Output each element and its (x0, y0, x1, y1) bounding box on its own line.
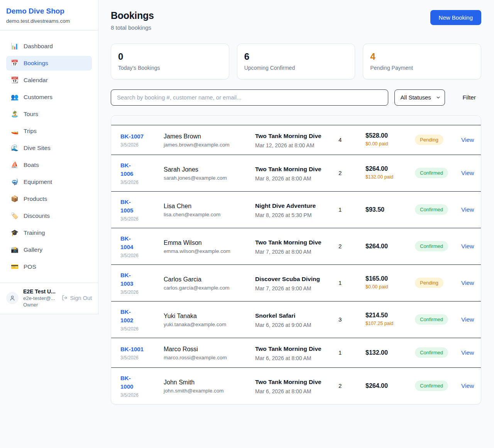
sidebar-item-label: Training (24, 229, 45, 236)
trip-name: Two Tank Morning Dive (255, 238, 321, 247)
sidebar-user-footer: E2E Test U... e2e-tester@... Owner Sign … (0, 283, 98, 314)
sidebar-item-discounts[interactable]: 🏷️ Discounts (6, 209, 92, 223)
sidebar-item-dive-sites[interactable]: 🌊 Dive Sites (6, 141, 92, 155)
booking-cell: BK-1006 3/5/2026 (120, 161, 164, 185)
customer-email: james.brown@example.com (164, 142, 255, 148)
trip-name: Two Tank Morning Dive (255, 131, 321, 141)
sidebar-item-label: Equipment (24, 179, 52, 185)
customer-name: Lisa Chen (164, 202, 255, 211)
total-amount: $214.50 (365, 312, 415, 319)
diving-mask-icon: 🤿 (11, 179, 19, 185)
view-cell: View (461, 349, 474, 356)
booking-id-link[interactable]: BK-1003 (120, 271, 143, 288)
view-link[interactable]: View (461, 243, 474, 249)
sidebar-item-customers[interactable]: 👥 Customers (6, 90, 92, 104)
stat-label: Upcoming Confirmed (244, 65, 348, 71)
sailboat-icon: ⛵ (11, 162, 19, 168)
brand-name: Demo Dive Shop (6, 7, 92, 16)
total-cell: $93.50 (365, 206, 415, 213)
user-icon (9, 295, 15, 301)
page-subtitle: 8 total bookings (111, 24, 154, 31)
trip-datetime: Mar 6, 2026 at 9:00 AM (255, 322, 338, 328)
table-row: BK-1004 3/5/2026 Emma Wilson emma.wilson… (111, 228, 481, 264)
total-cell: $528.00 $0.00 paid (365, 132, 415, 148)
total-cell: $264.00 (365, 243, 415, 250)
customer-cell: John Smith john.smith@example.com (164, 378, 255, 394)
view-link[interactable]: View (461, 170, 474, 176)
trip-datetime: Mar 6, 2026 at 8:00 AM (255, 355, 338, 361)
graduation-cap-icon: 🎓 (11, 230, 19, 236)
view-cell: View (461, 206, 474, 213)
view-link[interactable]: View (461, 136, 474, 143)
credit-card-icon: 💳 (11, 264, 19, 270)
stat-value: 6 (244, 51, 348, 62)
booking-date: 3/5/2026 (120, 392, 164, 398)
trip-datetime: Mar 7, 2026 at 8:00 AM (255, 249, 338, 255)
view-link[interactable]: View (461, 382, 474, 389)
view-link[interactable]: View (461, 206, 474, 213)
sidebar-item-bookings[interactable]: 📅 Bookings (6, 56, 92, 71)
sidebar-item-training[interactable]: 🎓 Training (6, 226, 92, 240)
pax-cell: 2 (338, 382, 365, 389)
status-cell: Confirmed (415, 347, 461, 358)
filter-button[interactable]: Filter (457, 91, 481, 104)
sidebar-item-label: Products (24, 195, 47, 202)
status-badge: Confirmed (415, 241, 448, 251)
total-cell: $214.50 $107.25 paid (365, 312, 415, 327)
new-booking-button[interactable]: New Booking (430, 10, 481, 25)
trip-cell: Two Tank Morning Dive Mar 6, 2026 at 8:0… (255, 344, 338, 361)
booking-cell: BK‑1007 3/5/2026 (120, 132, 164, 148)
trip-cell: Snorkel Safari Mar 6, 2026 at 9:00 AM (255, 311, 338, 328)
status-select[interactable]: All Statuses (394, 89, 445, 106)
sidebar-item-label: Bookings (24, 60, 48, 67)
sidebar-item-equipment[interactable]: 🤿 Equipment (6, 175, 92, 189)
total-amount: $528.00 (365, 132, 415, 139)
sidebar-item-tours[interactable]: 🏝️ Tours (6, 107, 92, 121)
sidebar-item-label: Gallery (24, 246, 42, 253)
sidebar-item-label: Customers (24, 94, 52, 101)
sidebar-item-gallery[interactable]: 📸 Gallery (6, 243, 92, 257)
booking-id-link[interactable]: BK-1005 (120, 198, 143, 215)
table-row: BK-1000 3/5/2026 John Smith john.smith@e… (111, 367, 481, 404)
island-icon: 🏝️ (11, 111, 19, 117)
booking-id-link[interactable]: BK-1000 (120, 374, 143, 391)
sidebar-item-dashboard[interactable]: 📊 Dashboard (6, 39, 92, 54)
status-cell: Confirmed (415, 381, 461, 391)
booking-id-link[interactable]: BK‑1007 (120, 132, 143, 141)
sidebar-item-products[interactable]: 📦 Products (6, 192, 92, 206)
sidebar-item-label: Dive Sites (24, 145, 51, 152)
booking-date: 3/5/2026 (120, 253, 164, 258)
customer-name: James Brown (164, 132, 255, 141)
stat-card: 6 Upcoming Confirmed (237, 44, 355, 79)
sidebar-item-boats[interactable]: ⛵ Boats (6, 158, 92, 172)
view-link[interactable]: View (461, 316, 474, 323)
sidebar-item-label: Discounts (24, 212, 50, 219)
view-cell: View (461, 243, 474, 250)
view-link[interactable]: View (461, 349, 474, 356)
sidebar-item-pos[interactable]: 💳 POS (6, 259, 92, 274)
paid-amount: $0.00 paid (365, 141, 396, 148)
sign-out-button[interactable]: Sign Out (62, 295, 92, 301)
status-select-wrap: All Statuses (394, 89, 445, 106)
camera-icon: 📸 (11, 247, 19, 253)
booking-id-link[interactable]: BK-1006 (120, 161, 143, 179)
table-row: BK‑1007 3/5/2026 James Brown james.brown… (111, 125, 481, 155)
bar-chart-icon: 📊 (11, 43, 19, 49)
booking-id-link[interactable]: BK-1002 (120, 308, 143, 325)
pax-cell: 2 (338, 170, 365, 176)
customer-name: Emma Wilson (164, 238, 255, 247)
total-cell: $165.00 $0.00 paid (365, 275, 415, 291)
search-input[interactable] (111, 89, 388, 106)
table-row: BK-1002 3/5/2026 Yuki Tanaka yuki.tanaka… (111, 301, 481, 338)
trip-name: Night Dive Adventure (255, 201, 321, 211)
sidebar: Demo Dive Shop demo.test.divestreams.com… (0, 0, 98, 314)
sidebar-item-calendar[interactable]: 📆 Calendar (6, 73, 92, 88)
booking-id-link[interactable]: BK-1004 (120, 234, 143, 252)
booking-id-link[interactable]: BK‑1001 (120, 345, 143, 354)
customer-cell: Carlos Garcia carlos.garcia@example.com (164, 275, 255, 291)
trip-cell: Two Tank Morning Dive Mar 6, 2026 at 8:0… (255, 377, 338, 394)
sidebar-item-label: Calendar (24, 77, 48, 84)
total-cell: $264.00 (365, 382, 415, 389)
sidebar-item-trips[interactable]: 🚤 Trips (6, 124, 92, 138)
view-link[interactable]: View (461, 280, 474, 286)
